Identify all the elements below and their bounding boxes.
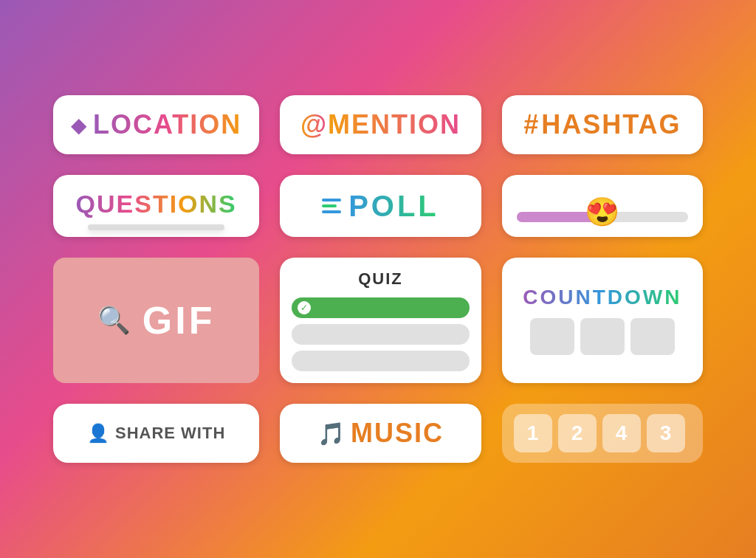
poll-sticker[interactable]: POLL xyxy=(280,175,481,237)
music-note-icon: 🎵 xyxy=(317,421,345,447)
quiz-option-correct[interactable]: ✓ xyxy=(292,297,469,318)
questions-underline xyxy=(88,224,224,230)
number-tiles-sticker[interactable]: 1 2 4 3 xyxy=(502,404,703,463)
countdown-boxes xyxy=(530,318,675,355)
quiz-option-2[interactable] xyxy=(292,324,469,345)
number-tile-1: 1 xyxy=(514,414,552,452)
slider-track[interactable]: 😍 xyxy=(517,212,688,222)
person-icon: 👤 xyxy=(87,423,109,444)
gif-sticker[interactable]: 🔍 GIF xyxy=(53,258,259,383)
number-tile-4: 3 xyxy=(647,414,685,452)
share-with-label: SHARE WITH xyxy=(115,424,225,443)
search-icon: 🔍 xyxy=(97,305,131,336)
mention-sticker[interactable]: @ MENTION xyxy=(280,95,481,154)
music-label: MUSIC xyxy=(351,418,444,449)
location-pin-icon: ◆ xyxy=(71,113,87,137)
countdown-label: COUNTDOWN xyxy=(523,286,681,309)
number-tile-2: 2 xyxy=(558,414,597,452)
hashtag-sticker[interactable]: # HASHTAG xyxy=(502,95,703,154)
music-sticker[interactable]: 🎵 MUSIC xyxy=(280,404,481,463)
hash-icon: # xyxy=(523,109,538,140)
quiz-checkmark-icon: ✓ xyxy=(298,301,311,314)
quiz-sticker[interactable]: QUIZ ✓ xyxy=(280,258,481,383)
emoji-slider-sticker[interactable]: 😍 xyxy=(502,175,703,237)
gif-label: GIF xyxy=(142,298,216,342)
poll-lines-icon xyxy=(322,199,341,213)
at-icon: @ xyxy=(300,109,326,140)
poll-label: POLL xyxy=(348,190,439,223)
sticker-grid: ◆ LOCATION @ MENTION # HASHTAG QUESTIONS… xyxy=(24,66,732,492)
slider-emoji: 😍 xyxy=(585,196,619,228)
quiz-option-3[interactable] xyxy=(292,351,469,371)
questions-label: QUESTIONS xyxy=(76,190,237,218)
location-label: LOCATION xyxy=(93,109,241,140)
number-tile-3: 4 xyxy=(602,414,641,452)
countdown-sticker[interactable]: COUNTDOWN xyxy=(502,258,703,383)
quiz-title: QUIZ xyxy=(358,269,403,289)
hashtag-label: HASHTAG xyxy=(541,109,681,140)
questions-sticker[interactable]: QUESTIONS xyxy=(53,175,259,237)
mention-label: MENTION xyxy=(328,109,461,140)
location-sticker[interactable]: ◆ LOCATION xyxy=(53,95,259,154)
countdown-box-1 xyxy=(530,318,574,355)
countdown-box-3 xyxy=(630,318,675,355)
countdown-box-2 xyxy=(580,318,625,355)
share-with-sticker[interactable]: 👤 SHARE WITH xyxy=(53,404,259,463)
